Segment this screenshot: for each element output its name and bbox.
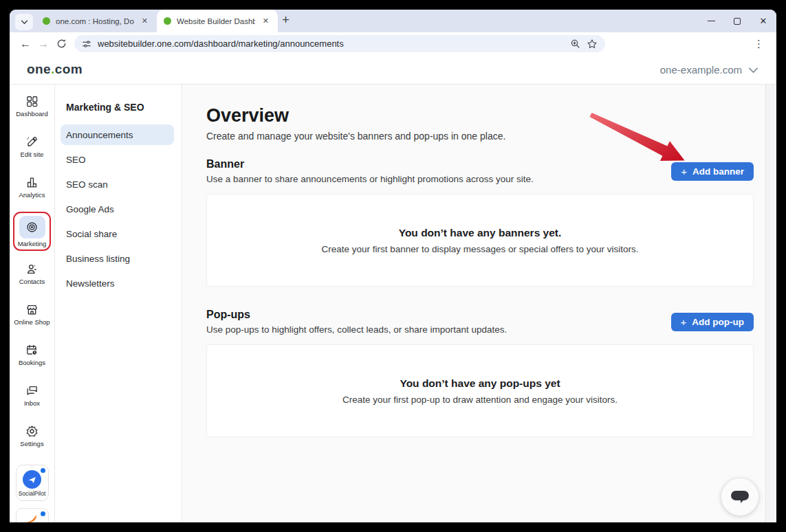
page-title: Overview — [206, 105, 754, 126]
scrollbar-track[interactable] — [765, 85, 776, 522]
bar-chart-icon — [25, 175, 39, 189]
popups-empty-title: You don’t have any pop-ups yet — [400, 377, 560, 390]
popups-empty-state: You don’t have any pop-ups yet Create yo… — [206, 344, 754, 437]
forward-button[interactable]: → — [34, 35, 52, 53]
browser-menu-icon[interactable]: ⋮ — [748, 38, 769, 50]
marketing-subnav: Marketing & SEO Announcements SEO SEO sc… — [55, 85, 182, 522]
socialpilot-icon — [23, 470, 41, 489]
domain-name: one-example.com — [660, 64, 742, 76]
sidebar-item-socialpilot[interactable]: SocialPilot — [16, 465, 49, 501]
target-icon — [25, 221, 39, 234]
tab-close-icon[interactable]: ✕ — [140, 15, 150, 27]
subnav-item-google-ads[interactable]: Google Ads — [61, 199, 174, 219]
close-window-button[interactable]: ✕ — [750, 10, 776, 32]
chat-inbox-icon — [25, 384, 39, 397]
back-button[interactable]: ← — [17, 35, 34, 53]
edit-pencil-icon — [25, 135, 39, 148]
popups-empty-text: Create your first pop-up to draw attenti… — [342, 395, 618, 405]
subnav-item-announcements[interactable]: Announcements — [61, 124, 174, 145]
address-bar[interactable]: websitebuilder.one.com/dashboard/marketi… — [74, 35, 605, 52]
marketing-active-pill — [19, 216, 45, 239]
app-header: one.com one-example.com — [10, 55, 776, 85]
storefront-icon — [25, 302, 39, 316]
new-tab-button[interactable]: + — [282, 12, 290, 27]
one-com-favicon-icon — [164, 17, 171, 25]
sidebar-item-contacts[interactable]: Contacts — [19, 262, 45, 285]
screenshot-frame: one.com : Hosting, Domain, Em ✕ Website … — [0, 0, 786, 532]
site-settings-icon[interactable] — [82, 39, 91, 49]
add-banner-button[interactable]: + Add banner — [671, 162, 754, 181]
subnav-item-newsletters[interactable]: Newsletters — [61, 273, 174, 293]
plus-icon: + — [681, 317, 687, 327]
subnav-header: Marketing & SEO — [55, 102, 182, 113]
tab-title: one.com : Hosting, Domain, Em — [56, 17, 134, 25]
browser-toolbar: ← → websitebuilder.one.com/dashboard/mar… — [10, 32, 776, 55]
maximize-icon — [734, 18, 741, 25]
zoom-icon[interactable] — [570, 38, 580, 49]
plus-icon: + — [681, 166, 687, 177]
page-subtitle: Create and manage your website's banners… — [206, 131, 754, 142]
calendar-clock-icon — [25, 343, 39, 357]
banner-description: Use a banner to share announcements or h… — [206, 174, 534, 184]
banner-empty-title: You don’t have any banners yet. — [399, 227, 562, 239]
gear-icon — [25, 424, 39, 438]
sidebar-item-inbox[interactable]: Inbox — [24, 384, 40, 407]
browser-window: one.com : Hosting, Domain, Em ✕ Website … — [10, 10, 776, 522]
tab-strip: one.com : Hosting, Domain, Em ✕ Website … — [10, 10, 776, 32]
app-icon — [25, 513, 40, 522]
sidebar-item-analytics[interactable]: Analytics — [19, 175, 45, 199]
one-com-logo: one.com — [27, 62, 83, 77]
sidebar-item-online-shop[interactable]: Online Shop — [14, 302, 50, 326]
add-popup-button[interactable]: + Add pop-up — [671, 313, 754, 331]
banner-heading: Banner — [206, 158, 534, 170]
chat-bubble-icon — [730, 490, 750, 505]
notification-dot — [41, 511, 45, 516]
subnav-item-seo-scan[interactable]: SEO scan — [61, 174, 174, 195]
domain-selector[interactable]: one-example.com — [660, 64, 758, 76]
sidebar-item-dashboard[interactable]: Dashboard — [16, 94, 47, 118]
reload-icon — [56, 38, 67, 49]
url-text[interactable]: websitebuilder.one.com/dashboard/marketi… — [98, 38, 564, 49]
chat-widget-button[interactable] — [721, 478, 758, 516]
icon-sidebar: Dashboard Edit site Analytics — [10, 85, 55, 522]
reload-button[interactable] — [52, 35, 70, 53]
minimize-icon — [708, 21, 715, 21]
one-com-favicon-icon — [43, 17, 50, 25]
tab-one-com[interactable]: one.com : Hosting, Domain, Em ✕ — [36, 10, 157, 32]
sidebar-item-edit-site[interactable]: Edit site — [21, 135, 44, 158]
app-body: Dashboard Edit site Analytics — [10, 85, 776, 522]
chevron-down-icon — [21, 16, 28, 27]
subnav-item-business-listing[interactable]: Business listing — [61, 248, 174, 269]
banner-empty-text: Create your first banner to display mess… — [321, 244, 638, 254]
window-controls: ✕ — [698, 10, 776, 32]
subnav-item-seo[interactable]: SEO — [61, 149, 174, 170]
subnav-item-social-share[interactable]: Social share — [61, 223, 174, 244]
bookmark-star-icon[interactable] — [587, 38, 598, 49]
banner-empty-state: You don’t have any banners yet. Create y… — [206, 194, 754, 287]
sidebar-item-app-partial[interactable] — [16, 508, 49, 522]
banner-section-header: Banner Use a banner to share announcemen… — [206, 158, 754, 184]
tab-close-icon[interactable]: ✕ — [261, 15, 271, 27]
popups-heading: Pop-ups — [206, 309, 507, 321]
person-icon — [25, 262, 39, 276]
tab-search-button[interactable] — [15, 14, 33, 30]
sidebar-item-marketing[interactable]: Marketing — [13, 212, 52, 251]
notification-dot — [41, 468, 45, 473]
tab-website-builder[interactable]: Website Builder Dashboard ✕ — [157, 10, 278, 32]
dashboard-icon — [25, 94, 39, 108]
main-content: Overview Create and manage your website'… — [182, 85, 765, 522]
sidebar-item-bookings[interactable]: Bookings — [19, 343, 45, 366]
chevron-down-icon — [748, 64, 758, 76]
sidebar-item-settings[interactable]: Settings — [20, 424, 43, 447]
maximize-button[interactable] — [724, 10, 750, 32]
popups-description: Use pop-ups to highlight offers, collect… — [206, 324, 507, 335]
minimize-button[interactable] — [698, 10, 724, 32]
popups-section-header: Pop-ups Use pop-ups to highlight offers,… — [206, 309, 754, 335]
tab-title: Website Builder Dashboard — [177, 17, 255, 25]
